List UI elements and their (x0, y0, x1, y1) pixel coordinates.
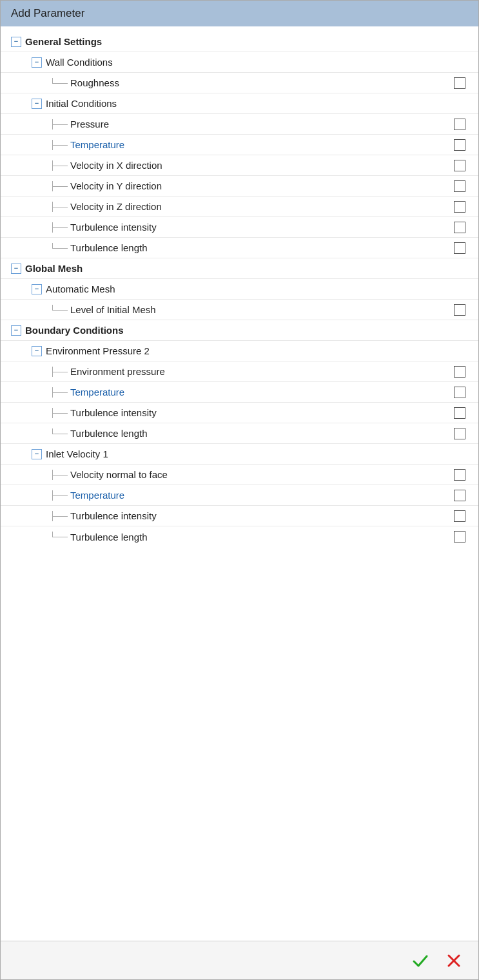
label-temperature-ic: Temperature (70, 139, 124, 150)
connector-level-initial-mesh (52, 305, 68, 315)
checkbox-turb-length-iv[interactable] (454, 531, 465, 543)
label-vel-z: Velocity in Z direction (70, 201, 162, 212)
item-temperature-ep: Temperature (1, 382, 478, 403)
label-env-pressure: Environment pressure (70, 366, 165, 377)
connector-temperature-ep (52, 387, 68, 398)
label-general-settings: General Settings (25, 36, 102, 47)
label-boundary-conditions: Boundary Conditions (25, 325, 124, 336)
checkbox-vel-y[interactable] (454, 180, 465, 192)
collapse-automatic-mesh[interactable]: − (32, 284, 42, 294)
item-temperature-ic: Temperature (1, 135, 478, 155)
connector-env-pressure (52, 367, 68, 377)
collapse-inlet-velocity-1[interactable]: − (32, 449, 42, 459)
label-inlet-velocity-1: Inlet Velocity 1 (46, 448, 108, 459)
collapse-wall-conditions[interactable]: − (32, 57, 42, 68)
label-pressure: Pressure (70, 119, 109, 130)
checkbox-turb-intensity-ic[interactable] (454, 222, 465, 233)
checkbox-level-initial-mesh[interactable] (454, 304, 465, 316)
checkbox-pressure[interactable] (454, 119, 465, 130)
connector-temperature-iv (52, 490, 68, 501)
label-vel-normal: Velocity normal to face (70, 469, 168, 480)
checkbox-turb-length-ic[interactable] (454, 242, 465, 254)
label-env-pressure-2: Environment Pressure 2 (46, 345, 150, 356)
connector-vel-normal (52, 470, 68, 480)
checkmark-icon (411, 952, 429, 970)
item-temperature-iv: Temperature (1, 485, 478, 506)
label-turb-length-ep: Turbulence length (70, 428, 148, 439)
group-wall-conditions: − Wall Conditions (1, 52, 478, 73)
item-vel-z: Velocity in Z direction (1, 197, 478, 217)
item-vel-normal: Velocity normal to face (1, 465, 478, 485)
label-initial-conditions: Initial Conditions (46, 98, 117, 109)
connector-temperature-ic (52, 140, 68, 150)
checkbox-env-pressure[interactable] (454, 366, 465, 378)
label-turb-length-iv: Turbulence length (70, 532, 148, 543)
section-boundary-conditions: − Boundary Conditions (1, 320, 478, 341)
label-temperature-ep: Temperature (70, 387, 124, 398)
label-vel-y: Velocity in Y direction (70, 180, 162, 191)
connector-turb-intensity-ic (52, 222, 68, 233)
collapse-env-pressure-2[interactable]: − (32, 346, 42, 356)
checkbox-roughness[interactable] (454, 77, 465, 89)
label-wall-conditions: Wall Conditions (46, 57, 113, 68)
collapse-boundary-conditions[interactable]: − (11, 325, 21, 336)
dialog-title: Add Parameter (1, 1, 478, 26)
label-global-mesh: Global Mesh (25, 263, 83, 274)
label-temperature-iv: Temperature (70, 490, 124, 501)
checkbox-turb-intensity-ep[interactable] (454, 407, 465, 419)
connector-turb-intensity-ep (52, 408, 68, 418)
ok-button[interactable] (409, 949, 432, 972)
connector-turb-length-ic (52, 243, 68, 253)
connector-vel-y (52, 181, 68, 191)
cancel-button[interactable] (442, 949, 465, 972)
section-general-settings: − General Settings (1, 32, 478, 52)
label-level-initial-mesh: Level of Initial Mesh (70, 304, 156, 315)
item-turb-intensity-iv: Turbulence intensity (1, 506, 478, 526)
item-vel-x: Velocity in X direction (1, 155, 478, 176)
item-turb-intensity-ic: Turbulence intensity (1, 217, 478, 238)
label-turb-intensity-ep: Turbulence intensity (70, 407, 157, 418)
item-env-pressure: Environment pressure (1, 361, 478, 382)
connector-turb-intensity-iv (52, 511, 68, 521)
label-turb-intensity-ic: Turbulence intensity (70, 222, 157, 233)
connector-turb-length-ep (52, 428, 68, 439)
item-turb-intensity-ep: Turbulence intensity (1, 403, 478, 423)
label-turb-intensity-iv: Turbulence intensity (70, 510, 157, 521)
label-vel-x: Velocity in X direction (70, 160, 162, 171)
dialog-footer (1, 941, 478, 979)
add-parameter-dialog: Add Parameter − General Settings − Wall … (0, 0, 479, 980)
group-initial-conditions: − Initial Conditions (1, 93, 478, 114)
checkbox-turb-intensity-iv[interactable] (454, 510, 465, 522)
label-roughness: Roughness (70, 77, 119, 88)
checkbox-temperature-ep[interactable] (454, 387, 465, 398)
checkbox-vel-normal[interactable] (454, 469, 465, 481)
item-roughness: Roughness (1, 73, 478, 93)
checkbox-vel-x[interactable] (454, 160, 465, 171)
item-pressure: Pressure (1, 114, 478, 135)
item-level-initial-mesh: Level of Initial Mesh (1, 300, 478, 320)
item-turb-length-ep: Turbulence length (1, 423, 478, 444)
connector-vel-z (52, 202, 68, 212)
connector-turb-length-iv (52, 532, 68, 542)
collapse-initial-conditions[interactable]: − (32, 99, 42, 109)
checkbox-vel-z[interactable] (454, 201, 465, 213)
collapse-general-settings[interactable]: − (11, 37, 21, 47)
connector-roughness (52, 78, 68, 88)
checkbox-turb-length-ep[interactable] (454, 428, 465, 439)
section-global-mesh: − Global Mesh (1, 258, 478, 279)
item-vel-y: Velocity in Y direction (1, 176, 478, 197)
item-turb-length-iv: Turbulence length (1, 526, 478, 547)
label-automatic-mesh: Automatic Mesh (46, 283, 115, 294)
group-automatic-mesh: − Automatic Mesh (1, 279, 478, 300)
parameter-tree: − General Settings − Wall Conditions Rou… (1, 26, 478, 941)
item-turb-length-ic: Turbulence length (1, 238, 478, 258)
checkbox-temperature-ic[interactable] (454, 139, 465, 151)
group-env-pressure-2: − Environment Pressure 2 (1, 341, 478, 361)
group-inlet-velocity-1: − Inlet Velocity 1 (1, 444, 478, 465)
checkbox-temperature-iv[interactable] (454, 490, 465, 501)
label-turb-length-ic: Turbulence length (70, 242, 148, 253)
connector-pressure (52, 119, 68, 130)
collapse-global-mesh[interactable]: − (11, 264, 21, 274)
connector-vel-x (52, 160, 68, 171)
x-icon (445, 952, 463, 970)
